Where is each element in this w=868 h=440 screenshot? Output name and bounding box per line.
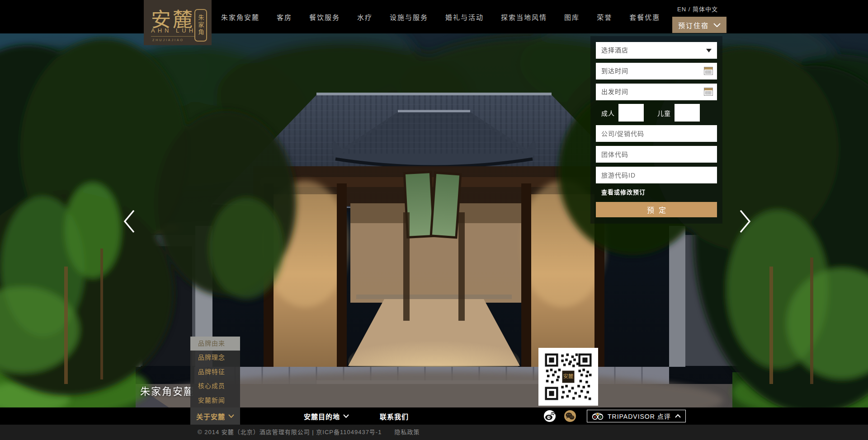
slide-caption: 朱家角安麓 bbox=[140, 383, 194, 398]
copyright-label: © 2014 安麓（北京）酒店管理有限公司 | 京ICP备11049437号-1 bbox=[198, 429, 382, 435]
copyright-text: © 2014 安麓（北京）酒店管理有限公司 | 京ICP备11049437号-1… bbox=[198, 425, 420, 440]
departure-date-label: 出发时间 bbox=[601, 84, 628, 100]
group-code-field bbox=[596, 146, 717, 163]
adults-label: 成人 bbox=[601, 108, 615, 117]
tripadvisor-widget[interactable]: TRIPADVISOR 点评 bbox=[587, 410, 686, 422]
menu-item-brand-philosophy[interactable]: 品牌理念 bbox=[190, 351, 240, 365]
menu-item-core-members[interactable]: 核心成员 bbox=[190, 379, 240, 393]
nav-item-hotel[interactable]: 朱家角安麓 bbox=[221, 12, 259, 22]
booking-panel: 选择酒店 到达时间 出发时间 成人 儿童 查看或修改预订 预定 bbox=[590, 36, 722, 224]
book-stay-button[interactable]: 预订住宿 bbox=[672, 17, 726, 33]
lang-zh-link[interactable]: 简体中文 bbox=[693, 6, 718, 13]
children-input[interactable] bbox=[675, 104, 700, 122]
language-switch: EN / 简体中文 bbox=[677, 5, 718, 13]
about-ahnluh-menu-button[interactable]: 关于安麓 bbox=[190, 407, 240, 425]
travel-id-field bbox=[596, 167, 717, 183]
logo-en-text: AHN LUH bbox=[151, 27, 196, 34]
chevron-down-icon bbox=[228, 414, 234, 418]
qr-code-icon: 安麓 bbox=[542, 351, 594, 402]
nav-item-weddings[interactable]: 婚礼与活动 bbox=[445, 12, 484, 22]
menu-item-news[interactable]: 安麓新闻 bbox=[190, 393, 240, 407]
chevron-down-icon bbox=[713, 23, 721, 27]
about-ahnluh-label: 关于安麓 bbox=[196, 412, 225, 421]
promo-code-field bbox=[596, 125, 717, 142]
calendar-icon[interactable] bbox=[704, 88, 713, 96]
hotel-select-value: 选择酒店 bbox=[601, 42, 628, 59]
arrival-date-label: 到达时间 bbox=[601, 63, 628, 80]
destinations-menu-button[interactable]: 安麓目的地 bbox=[304, 407, 349, 425]
tripadvisor-owl-icon bbox=[592, 412, 604, 420]
lang-en-link[interactable]: EN bbox=[677, 6, 686, 13]
about-dropdown-menu: 品牌由来 品牌理念 品牌特征 核心成员 安麓新闻 bbox=[190, 337, 240, 407]
carousel-next-button[interactable] bbox=[738, 209, 753, 234]
nav-item-facilities[interactable]: 设施与服务 bbox=[390, 12, 428, 22]
contact-us-label: 联系我们 bbox=[380, 412, 409, 421]
menu-item-brand-features[interactable]: 品牌特征 bbox=[190, 365, 240, 379]
weibo-icon[interactable] bbox=[544, 410, 556, 422]
brand-logo[interactable]: 安麓 朱家角 AHN LUH ZHUJIAJIAO bbox=[144, 0, 212, 45]
nav-item-offers[interactable]: 套餐优惠 bbox=[629, 12, 660, 22]
nav-item-awards[interactable]: 荣誉 bbox=[597, 12, 612, 22]
menu-item-brand-origin[interactable]: 品牌由来 bbox=[190, 337, 240, 351]
wechat-qr-code: 安麓 bbox=[538, 348, 598, 406]
calendar-icon[interactable] bbox=[704, 67, 713, 75]
lang-separator: / bbox=[686, 6, 693, 13]
top-nav-bar: 朱家角安麓 客房 餐饮服务 水疗 设施与服务 婚礼与活动 探索当地风情 图库 荣… bbox=[0, 0, 868, 33]
dropdown-arrow-icon bbox=[706, 49, 712, 52]
nav-item-local[interactable]: 探索当地风情 bbox=[501, 12, 547, 22]
promo-code-input[interactable] bbox=[596, 125, 717, 142]
logo-divider bbox=[151, 36, 194, 37]
chevron-right-icon bbox=[738, 209, 753, 234]
wechat-icon[interactable] bbox=[564, 410, 576, 422]
nav-item-gallery[interactable]: 图库 bbox=[564, 12, 580, 22]
chevron-up-icon bbox=[675, 414, 681, 418]
arrival-date-field[interactable]: 到达时间 bbox=[596, 63, 717, 80]
modify-reservation-link[interactable]: 查看或修改预订 bbox=[596, 187, 717, 196]
privacy-policy-link[interactable]: 隐私政策 bbox=[394, 429, 420, 435]
nav-item-spa[interactable]: 水疗 bbox=[357, 12, 373, 22]
page: 朱家角安麓 客房 餐饮服务 水疗 设施与服务 婚礼与活动 探索当地风情 图库 荣… bbox=[0, 0, 868, 440]
reserve-button[interactable]: 预定 bbox=[596, 202, 717, 217]
footer: © 2014 安麓（北京）酒店管理有限公司 | 京ICP备11049437号-1… bbox=[0, 425, 868, 440]
adults-input[interactable] bbox=[618, 104, 644, 122]
guests-row: 成人 儿童 bbox=[596, 104, 717, 121]
travel-id-input[interactable] bbox=[596, 167, 717, 183]
hotel-select[interactable]: 选择酒店 bbox=[596, 42, 717, 59]
departure-date-field[interactable]: 出发时间 bbox=[596, 84, 717, 100]
carousel-prev-button[interactable] bbox=[121, 209, 137, 234]
main-nav: 朱家角安麓 客房 餐饮服务 水疗 设施与服务 婚礼与活动 探索当地风情 图库 荣… bbox=[221, 0, 660, 33]
nav-item-dining[interactable]: 餐饮服务 bbox=[309, 12, 340, 22]
logo-sub-text: ZHUJIAJIAO bbox=[152, 38, 184, 42]
svg-text:安麓: 安麓 bbox=[563, 373, 573, 379]
chevron-down-icon bbox=[343, 414, 349, 418]
contact-us-link[interactable]: 联系我们 bbox=[380, 407, 409, 425]
group-code-input[interactable] bbox=[596, 146, 717, 163]
logo-seal: 朱家角 bbox=[194, 9, 207, 42]
nav-item-rooms[interactable]: 客房 bbox=[277, 12, 292, 22]
chevron-left-icon bbox=[121, 209, 137, 234]
book-stay-label: 预订住宿 bbox=[678, 20, 709, 30]
destinations-label: 安麓目的地 bbox=[304, 412, 340, 421]
tripadvisor-label: TRIPADVISOR 点评 bbox=[608, 412, 671, 421]
children-label: 儿童 bbox=[657, 108, 671, 117]
bottom-bar: 关于安麓 安麓目的地 联系我们 bbox=[0, 407, 868, 425]
